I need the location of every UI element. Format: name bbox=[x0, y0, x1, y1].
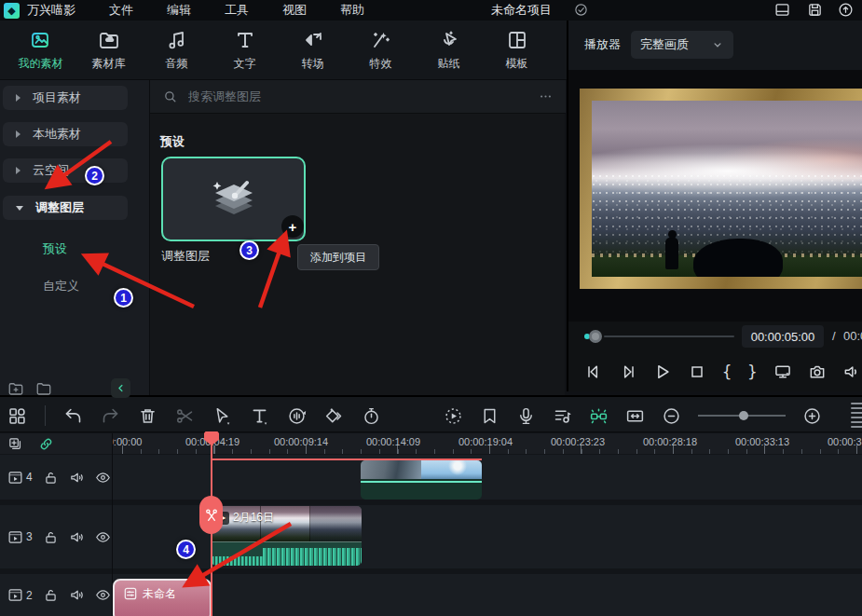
track-header-3: 3 bbox=[0, 505, 112, 568]
new-folder-icon[interactable] bbox=[7, 380, 24, 397]
add-to-project-button[interactable]: + bbox=[281, 215, 304, 238]
caret-down-icon bbox=[16, 206, 23, 211]
text-tool-button[interactable] bbox=[250, 406, 269, 426]
lock-icon[interactable] bbox=[43, 529, 59, 545]
folder-icon[interactable] bbox=[35, 380, 52, 397]
caret-right-icon bbox=[16, 94, 21, 102]
adjustment-layer-icon bbox=[123, 586, 138, 601]
layers-brush-icon bbox=[204, 175, 264, 224]
mark-out-button[interactable]: } bbox=[747, 363, 757, 381]
menu-tools[interactable]: 工具 bbox=[225, 2, 249, 19]
media-grid-icon[interactable] bbox=[7, 406, 27, 426]
zoom-slider-knob[interactable] bbox=[739, 411, 748, 420]
select-tool-button[interactable] bbox=[212, 406, 232, 426]
zoom-in-button[interactable] bbox=[802, 406, 822, 426]
clip-label: 未命名 bbox=[143, 586, 176, 602]
menu-view[interactable]: 视图 bbox=[282, 2, 307, 19]
video-track-icon bbox=[7, 529, 23, 545]
trash-button[interactable] bbox=[138, 406, 157, 426]
eye-icon[interactable] bbox=[95, 529, 111, 545]
redo-button[interactable] bbox=[101, 406, 120, 426]
smart-cut-button[interactable] bbox=[589, 406, 609, 426]
menu-help[interactable]: 帮助 bbox=[340, 2, 364, 19]
audio-mixer-button[interactable] bbox=[553, 406, 572, 426]
track-header-2: 2 bbox=[0, 574, 112, 616]
menu-edit[interactable]: 编辑 bbox=[167, 2, 191, 19]
undo-button[interactable] bbox=[63, 406, 83, 426]
speaker-icon[interactable] bbox=[69, 587, 85, 603]
tab-my-media[interactable]: 我的素材 bbox=[7, 29, 75, 72]
zoom-slider[interactable] bbox=[698, 409, 786, 422]
speed-button[interactable] bbox=[362, 406, 381, 426]
track-manager-icon[interactable] bbox=[851, 403, 862, 429]
video-frame bbox=[580, 89, 862, 289]
sidebar-item-custom[interactable]: 自定义 bbox=[43, 278, 79, 294]
cut-button[interactable] bbox=[175, 406, 195, 426]
track-lane-3[interactable] bbox=[0, 505, 862, 568]
prev-frame-button[interactable] bbox=[584, 363, 603, 381]
search-input[interactable] bbox=[186, 89, 529, 104]
tab-templates[interactable]: 模板 bbox=[483, 29, 551, 72]
timeline-ruler[interactable]: 00:00:00 00:00:04:19 00:00:09:14 00:00:1… bbox=[113, 433, 862, 454]
marker-button[interactable] bbox=[480, 406, 499, 426]
export-icon[interactable] bbox=[838, 2, 854, 18]
scissors-icon bbox=[204, 508, 219, 523]
speaker-icon[interactable] bbox=[69, 470, 85, 486]
quality-value: 完整画质 bbox=[640, 36, 689, 53]
audio-pitch-button[interactable] bbox=[287, 406, 307, 426]
save-icon[interactable] bbox=[807, 2, 823, 18]
eye-icon[interactable] bbox=[95, 470, 111, 486]
quality-dropdown[interactable]: 完整画质 bbox=[631, 31, 733, 59]
tooltip-add-to-project: 添加到项目 bbox=[297, 244, 379, 270]
snapshot-icon[interactable] bbox=[808, 363, 827, 381]
tab-stickers[interactable]: 贴纸 bbox=[415, 29, 483, 72]
lock-icon[interactable] bbox=[43, 587, 59, 603]
link-icon[interactable] bbox=[38, 436, 54, 452]
video-clip-track4[interactable] bbox=[361, 460, 482, 500]
add-track-icon[interactable] bbox=[7, 436, 23, 452]
stop-button[interactable] bbox=[688, 363, 706, 381]
seek-row: 00:00:05:00 / 00:0 bbox=[567, 322, 862, 351]
play-button[interactable] bbox=[653, 363, 672, 381]
lock-icon[interactable] bbox=[43, 470, 59, 486]
full-display-icon[interactable] bbox=[773, 363, 792, 381]
track-number: 3 bbox=[26, 530, 33, 543]
stickers-icon bbox=[438, 29, 460, 51]
tab-stock-media[interactable]: 素材库 bbox=[75, 29, 143, 72]
app-window: ◆ 万兴喵影 文件 编辑 工具 视图 帮助 未命名项目 我 bbox=[0, 0, 862, 616]
more-icon[interactable] bbox=[539, 89, 553, 103]
speaker-icon[interactable] bbox=[69, 529, 85, 545]
seek-knob[interactable] bbox=[589, 330, 602, 343]
render-preview-button[interactable] bbox=[444, 406, 463, 426]
sidebar-item-adjustment-layer[interactable]: 调整图层 bbox=[3, 196, 128, 220]
record-voice-button[interactable] bbox=[516, 406, 536, 426]
speaker-icon[interactable] bbox=[842, 363, 861, 381]
next-frame-button[interactable] bbox=[619, 363, 637, 381]
mark-in-button[interactable]: { bbox=[722, 363, 732, 381]
layout-panels-icon[interactable] bbox=[774, 2, 790, 18]
adjustment-clip-track2[interactable]: 未命名 bbox=[113, 579, 212, 616]
tab-text[interactable]: 文字 bbox=[211, 29, 279, 72]
sidebar-item-cloud-space[interactable]: 云空间 bbox=[3, 158, 128, 183]
split-scissors-badge[interactable] bbox=[199, 496, 223, 534]
track-number: 2 bbox=[26, 589, 33, 602]
video-clip-track3[interactable]: ▶ 2月16日 bbox=[212, 506, 362, 566]
tab-effects[interactable]: 特效 bbox=[347, 29, 415, 72]
player-label: 播放器 bbox=[584, 36, 621, 53]
silhouette-person bbox=[665, 238, 678, 269]
tab-audio[interactable]: 音频 bbox=[143, 29, 211, 72]
seek-track[interactable] bbox=[604, 335, 734, 337]
collapse-sidebar-button[interactable] bbox=[111, 378, 130, 398]
zoom-out-button[interactable] bbox=[662, 406, 681, 426]
keyframe-button[interactable] bbox=[324, 406, 344, 426]
sidebar-item-local-media[interactable]: 本地素材 bbox=[3, 122, 128, 146]
video-preview[interactable] bbox=[567, 70, 862, 322]
fit-timeline-button[interactable] bbox=[625, 406, 645, 426]
eye-icon[interactable] bbox=[95, 587, 111, 603]
tab-transition[interactable]: 转场 bbox=[279, 29, 347, 72]
sidebar-item-project-media[interactable]: 项目素材 bbox=[3, 86, 128, 110]
sidebar-item-presets[interactable]: 预设 bbox=[43, 240, 67, 257]
timeline-toolbar bbox=[0, 395, 862, 432]
templates-icon bbox=[506, 29, 528, 51]
menu-file[interactable]: 文件 bbox=[109, 2, 133, 19]
